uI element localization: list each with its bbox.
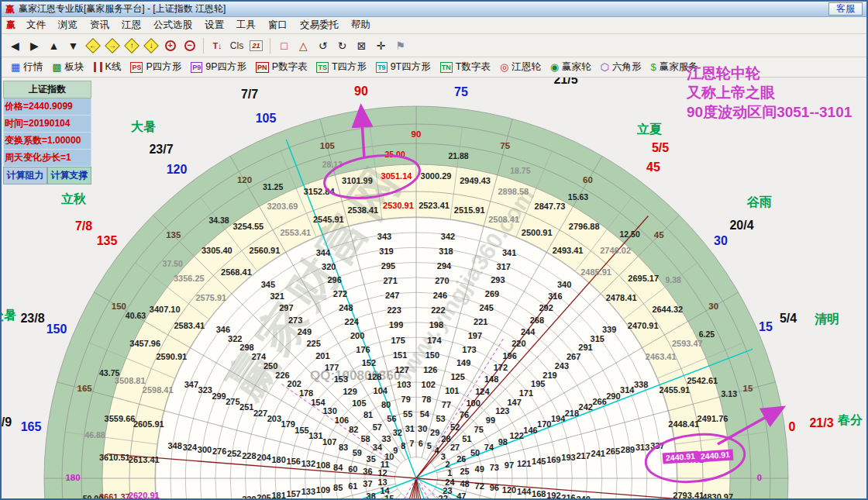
svg-text:252: 252 [227, 449, 241, 458]
tool-kline[interactable]: K线 [89, 60, 126, 74]
tool-p-square[interactable]: PSP四方形 [126, 60, 186, 74]
triangle-tool-icon[interactable]: △ [294, 36, 313, 55]
svg-text:347: 347 [184, 380, 198, 389]
calc-resistance-button[interactable]: 计算阻力 [3, 167, 47, 184]
menu-item[interactable]: 浏览 [52, 17, 84, 33]
svg-text:2590.91: 2590.91 [156, 352, 187, 361]
svg-text:150: 150 [112, 302, 126, 311]
svg-text:105: 105 [352, 398, 366, 408]
svg-text:267: 267 [567, 352, 580, 361]
tool-t-square[interactable]: TST四方形 [312, 60, 371, 74]
app-icon: 赢 [5, 5, 15, 14]
sectors-icon: ▩ [52, 62, 61, 72]
pan-down-icon[interactable]: ↓ [141, 36, 160, 55]
customer-service-button[interactable]: 客服 [828, 2, 863, 16]
svg-text:293: 293 [491, 275, 505, 284]
svg-text:6: 6 [418, 439, 423, 448]
svg-text:28.13: 28.13 [322, 160, 343, 169]
svg-text:50: 50 [470, 448, 480, 457]
menu-item[interactable]: 帮助 [345, 17, 377, 33]
svg-text:338: 338 [634, 380, 648, 389]
cls-icon[interactable]: Cls [227, 36, 246, 55]
svg-text:322: 322 [228, 334, 242, 343]
svg-text:2695.17: 2695.17 [628, 274, 659, 283]
nav-up-icon[interactable]: ▲ [44, 36, 64, 55]
tool-sectors[interactable]: ▩板块 [47, 60, 88, 74]
svg-text:51: 51 [462, 434, 471, 443]
nav-prev-icon[interactable]: ◀ [5, 36, 25, 55]
pan-left-icon[interactable]: ← [83, 36, 102, 55]
svg-text:9.38: 9.38 [665, 275, 681, 284]
svg-text:34: 34 [373, 443, 383, 452]
menu-item[interactable]: 窗口 [262, 17, 294, 33]
perimeter-label: 23/8 [20, 312, 44, 325]
rotate-ccw-icon[interactable]: ↺ [313, 36, 332, 55]
svg-text:3559.66: 3559.66 [105, 414, 136, 423]
clear-flag-icon[interactable]: ⚑ [391, 36, 410, 55]
zoom-out-icon[interactable]: − [180, 36, 199, 55]
nav-down-icon[interactable]: ▼ [64, 36, 83, 55]
menu-item[interactable]: 江恩 [115, 17, 147, 33]
pan-up-icon[interactable]: ↑ [122, 36, 141, 55]
svg-text:339: 339 [602, 325, 616, 334]
tool-t-table[interactable]: TNT数字表 [436, 60, 495, 74]
svg-text:60: 60 [583, 175, 593, 184]
rotate-cw-icon[interactable]: ↻ [332, 36, 352, 55]
p-square-icon: PS [130, 62, 143, 73]
calc-support-button[interactable]: 计算支撑 [47, 167, 91, 184]
svg-text:12: 12 [377, 468, 387, 478]
svg-text:148: 148 [484, 374, 498, 384]
menu-item[interactable]: 资讯 [84, 17, 115, 33]
tool-winner-wheel[interactable]: ◉赢家轮 [546, 60, 596, 74]
menu-item[interactable]: 设置 [198, 17, 230, 33]
svg-text:178: 178 [299, 388, 313, 398]
svg-text:2560.91: 2560.91 [250, 246, 281, 255]
svg-text:2553.41: 2553.41 [280, 228, 311, 237]
calendar-icon[interactable]: 21 [246, 36, 266, 55]
tool-9p-square[interactable]: P99P四方形 [186, 60, 251, 74]
svg-text:200: 200 [350, 331, 364, 340]
perimeter-label: 清明 [815, 312, 839, 326]
svg-text:292: 292 [539, 303, 553, 312]
svg-text:7: 7 [409, 439, 414, 448]
nav-next-icon[interactable]: ▶ [25, 36, 44, 55]
svg-text:2515.91: 2515.91 [454, 205, 485, 215]
tool-gann-wheel[interactable]: ◎江恩轮 [495, 60, 546, 74]
svg-text:320: 320 [322, 262, 336, 271]
t-arrow-icon[interactable]: T↓ [208, 36, 227, 55]
menu-item[interactable]: 工具 [230, 17, 262, 33]
menu-item[interactable]: 公式选股 [147, 17, 198, 33]
svg-text:2593.47: 2593.47 [672, 339, 703, 348]
pan-right-icon[interactable]: → [102, 36, 122, 55]
menu-item[interactable]: 文件 [20, 17, 52, 33]
svg-text:227: 227 [253, 409, 267, 418]
svg-text:289: 289 [621, 445, 635, 454]
svg-text:157: 157 [287, 489, 301, 498]
svg-text:3305.40: 3305.40 [202, 246, 232, 255]
svg-text:3254.55: 3254.55 [232, 222, 264, 231]
svg-text:55: 55 [403, 409, 412, 419]
t-square-icon: TS [316, 62, 329, 73]
svg-text:77: 77 [442, 400, 451, 409]
tool-hexagon[interactable]: ⬡六角形 [596, 60, 646, 74]
perimeter-label: 165 [21, 420, 42, 433]
quotes-icon: ▦ [11, 62, 20, 72]
svg-text:342: 342 [441, 232, 455, 241]
svg-text:1: 1 [447, 468, 452, 478]
tool-9t-square[interactable]: T99T四方形 [371, 60, 436, 74]
perimeter-label: 7/8 [75, 219, 92, 233]
fit-screen-icon[interactable]: ✛ [371, 36, 391, 55]
rect-tool-icon[interactable]: □ [274, 36, 294, 55]
svg-text:3407.10: 3407.10 [150, 305, 181, 314]
svg-text:4: 4 [435, 446, 440, 455]
select-box-icon[interactable]: ⊠ [352, 36, 371, 55]
svg-text:220: 220 [512, 339, 525, 348]
svg-text:2542.61: 2542.61 [687, 376, 718, 385]
svg-text:195: 195 [531, 379, 545, 388]
svg-text:290: 290 [606, 391, 620, 401]
menu-item[interactable]: 交易委托 [294, 17, 345, 33]
tool-p-table[interactable]: PNP数字表 [251, 60, 312, 74]
tool-quotes[interactable]: ▦行情 [6, 60, 47, 74]
zoom-in-icon[interactable]: + [160, 36, 180, 55]
svg-text:268: 268 [530, 316, 544, 325]
